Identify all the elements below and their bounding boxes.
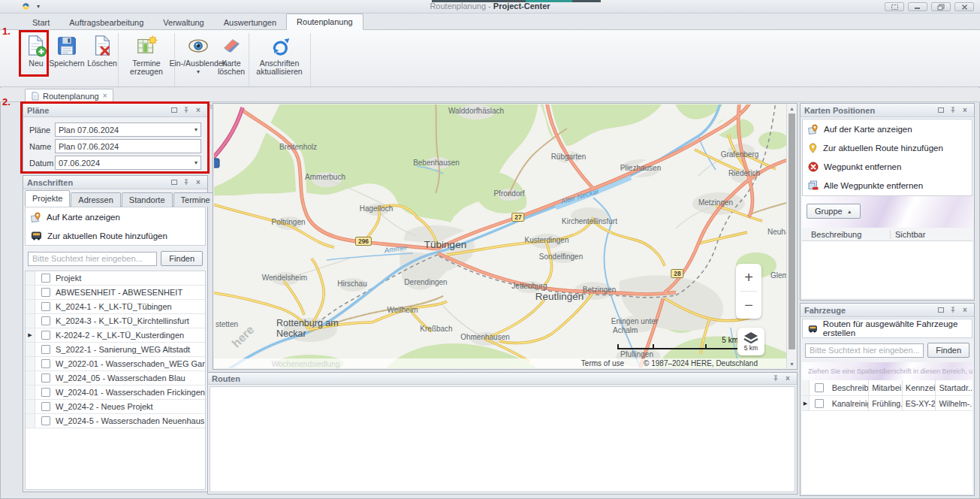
clear-map-button[interactable]: Karte löschen <box>215 33 248 81</box>
fahrzeuge-group-area[interactable]: Ziehen Sie eine Spaltenüberschrift in di… <box>802 362 972 380</box>
pin-icon[interactable] <box>948 106 958 115</box>
scroll-down-icon[interactable]: ▼ <box>787 360 797 368</box>
find-button[interactable]: Finden <box>161 251 203 266</box>
project-cell: W_2024-2 - Neues Projekt <box>56 402 205 411</box>
column-header-projekt[interactable]: Projekt <box>56 274 205 283</box>
table-row[interactable]: W_2024-01 - Wasserschaden Frickingen <box>26 386 205 400</box>
ribbon-tab-verwaltung[interactable]: Verwaltung <box>153 15 213 30</box>
column-startadresse[interactable]: Startadr... <box>936 380 972 395</box>
maximize-icon[interactable] <box>936 106 946 115</box>
row-checkbox[interactable] <box>35 416 56 425</box>
document-tab-close-icon[interactable]: × <box>103 92 107 100</box>
row-checkbox[interactable] <box>35 302 56 311</box>
ribbon-tab-auftragsbearbeitung[interactable]: Auftragsbearbeitung <box>59 15 153 30</box>
close-icon[interactable]: × <box>193 178 204 187</box>
select-all-checkbox[interactable] <box>810 383 829 392</box>
find-button[interactable]: Finden <box>927 343 969 358</box>
table-row[interactable]: ▶K-2024-2 - K_LK-TÜ_Kusterdingen <box>26 328 205 343</box>
column-sichtbar[interactable]: Sichtbar <box>891 230 925 239</box>
maximize-icon[interactable] <box>936 306 946 315</box>
minimize-button[interactable] <box>908 2 927 11</box>
save-button[interactable]: Speichern <box>48 33 86 81</box>
row-checkbox[interactable] <box>35 316 56 325</box>
column-mitarbeiter[interactable]: Mitarbei... <box>869 380 903 395</box>
tab-termine[interactable]: Termine <box>173 192 218 207</box>
copyright-text: © 1987–2024 HERE, Deutschland <box>644 359 758 367</box>
show-hide-dropdown-caret[interactable]: ▾ <box>197 68 200 76</box>
remove-waypoint-action[interactable]: Wegpunkt entfernen <box>803 157 972 176</box>
maximize-icon[interactable] <box>169 178 179 187</box>
map-vertical-scrollbar[interactable]: ▲ ▼ <box>786 104 796 368</box>
column-beschreibung[interactable]: Beschreibung <box>802 230 891 239</box>
scrollbar-thumb[interactable] <box>789 113 795 349</box>
map-canvas[interactable]: WalddorfhäslachBreitenholzBebenhausenRüb… <box>214 104 788 368</box>
table-row[interactable]: ▶ Kanalreinig... Frühling... ES-XY-2... … <box>802 396 972 411</box>
table-row[interactable]: W_2024_05 - Wasserschaden Blau <box>26 371 205 386</box>
ribbon-tab-start[interactable]: Start <box>23 15 59 30</box>
document-tab-routenplanung[interactable]: Routenplanung × <box>25 89 113 102</box>
table-row[interactable]: ABWESENHEIT - ABWESENHEIT <box>26 286 205 300</box>
row-checkbox[interactable] <box>35 373 56 383</box>
pin-icon[interactable] <box>948 306 958 315</box>
routen-panel-header: Routen × <box>208 373 797 385</box>
refresh-addresses-button[interactable]: Anschriften aktuallisieren <box>250 33 309 81</box>
title-bar: ▾ Routenplanung - Project-Center <box>0 0 980 14</box>
window-title: Routenplanung - Project-Center <box>0 2 980 11</box>
zoom-in-button[interactable]: + <box>736 264 761 291</box>
close-icon[interactable]: × <box>960 306 970 315</box>
add-waypoint-action[interactable]: Zur aktuellen Route hinzufügen <box>803 138 972 157</box>
tab-adressen[interactable]: Adressen <box>71 192 120 207</box>
restore-button[interactable] <box>931 2 951 11</box>
row-checkbox[interactable] <box>35 402 56 411</box>
calendar-create-icon <box>135 35 158 57</box>
row-checkbox[interactable] <box>810 399 829 408</box>
project-cell: S_2022-1 - Sanierung_WEG Altstadt <box>56 345 205 354</box>
tab-projekte[interactable]: Projekte <box>25 190 70 207</box>
project-cell: K_2024-1 - K_LK-TÜ_Tübingen <box>56 302 205 311</box>
pin-icon[interactable] <box>181 178 191 187</box>
table-row[interactable]: K_2024-1 - K_LK-TÜ_Tübingen <box>26 300 205 314</box>
remove-all-waypoints-action[interactable]: Alle Wegpunkte entfernen <box>803 176 972 195</box>
table-row[interactable]: W_2024-2 - Neues Projekt <box>26 400 205 414</box>
terms-of-use-link[interactable]: Terms of use <box>581 359 624 367</box>
close-button[interactable] <box>954 2 974 11</box>
show-on-map-action[interactable]: Auf Karte anzeigen <box>26 207 205 226</box>
row-checkbox[interactable] <box>35 331 56 340</box>
row-checkbox[interactable] <box>35 288 56 297</box>
gruppe-group-button[interactable]: Gruppe ▲ <box>807 204 861 219</box>
create-routes-action[interactable]: Routen für ausgewählte Fahrzeuge erstell… <box>803 319 972 337</box>
ribbon-display-button[interactable] <box>885 2 904 11</box>
add-to-route-action[interactable]: Zur aktuellen Route hinzufügen <box>26 226 205 245</box>
close-icon[interactable]: × <box>960 106 970 115</box>
delete-button[interactable]: Löschen <box>86 33 119 81</box>
table-row[interactable]: S_2022-1 - Sanierung_WEG Altstadt <box>26 343 205 357</box>
map-layers-button[interactable]: 5 km <box>737 328 764 355</box>
scroll-up-icon[interactable]: ▲ <box>787 104 797 113</box>
ribbon-tab-routenplanung[interactable]: Routenplanung <box>286 14 363 30</box>
zoom-out-button[interactable]: − <box>736 292 761 319</box>
select-all-checkbox[interactable] <box>35 274 56 283</box>
ribbon-tab-auswertungen[interactable]: Auswertungen <box>214 15 286 30</box>
row-checkbox[interactable] <box>35 359 56 368</box>
yellow-pin-icon <box>808 143 818 153</box>
karten-positionen-columns: Beschreibung Sichtbar <box>802 228 972 241</box>
fahrzeuge-table-header[interactable]: Beschreibu... Mitarbei... Kennzei... Sta… <box>802 380 972 396</box>
tab-standorte[interactable]: Standorte <box>122 192 173 207</box>
column-kennzeichen[interactable]: Kennzei... <box>903 380 936 395</box>
close-icon[interactable]: × <box>782 374 793 383</box>
table-row[interactable]: W_2024-5 - Wasserschaden Neuenhaus <box>26 414 205 428</box>
table-row[interactable]: W_2022-01 - Wasserschaden_WEG Gartenstr-… <box>26 357 205 371</box>
create-appointments-button[interactable]: Termine erzeugen <box>120 33 173 81</box>
table-row[interactable]: K_2024-3 - K_LK-TÜ_Kirchtellinsfurt <box>26 314 205 328</box>
karten-positionen-body <box>802 241 972 298</box>
search-input[interactable] <box>805 343 924 358</box>
row-checkbox[interactable] <box>35 345 56 354</box>
pin-icon[interactable] <box>770 374 781 383</box>
projects-table-header[interactable]: Projekt <box>26 271 205 286</box>
show-on-map-action[interactable]: Auf der Karte anzeigen <box>803 119 972 138</box>
search-input[interactable] <box>28 252 157 266</box>
column-beschreibung[interactable]: Beschreibu... <box>829 380 870 395</box>
annotation-rect-1 <box>19 30 49 77</box>
row-checkbox[interactable] <box>35 388 56 397</box>
application-window: ▾ Routenplanung - Project-Center Start A… <box>0 0 980 499</box>
